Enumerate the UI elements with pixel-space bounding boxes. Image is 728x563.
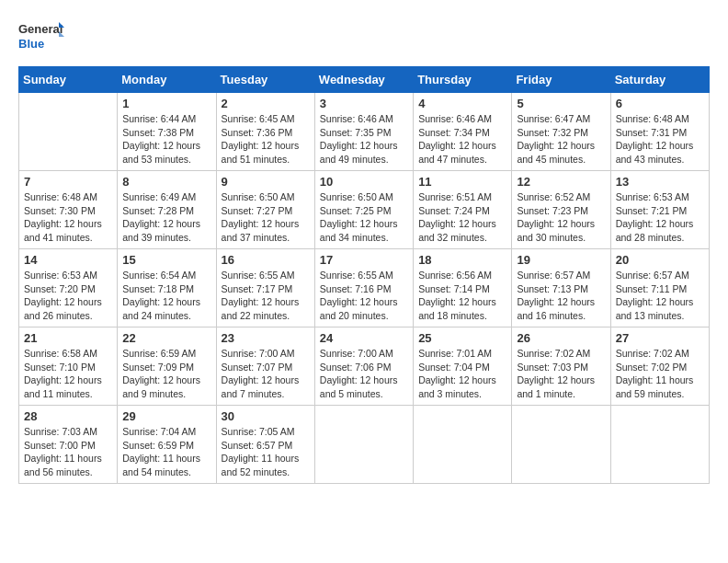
- week-row-1: 1Sunrise: 6:44 AM Sunset: 7:38 PM Daylig…: [19, 93, 710, 171]
- day-cell: 25Sunrise: 7:01 AM Sunset: 7:04 PM Dayli…: [414, 327, 512, 406]
- day-cell: [19, 93, 118, 171]
- day-cell: 29Sunrise: 7:04 AM Sunset: 6:59 PM Dayli…: [118, 406, 216, 484]
- svg-text:Blue: Blue: [18, 37, 44, 51]
- day-number: 10: [320, 175, 408, 189]
- day-cell: 30Sunrise: 7:05 AM Sunset: 6:57 PM Dayli…: [216, 406, 314, 484]
- day-info: Sunrise: 6:57 AM Sunset: 7:11 PM Dayligh…: [616, 269, 704, 323]
- weekday-header-wednesday: Wednesday: [314, 67, 413, 93]
- day-cell: 6Sunrise: 6:48 AM Sunset: 7:31 PM Daylig…: [610, 93, 709, 171]
- logo: General Blue: [18, 18, 64, 57]
- day-cell: 11Sunrise: 6:51 AM Sunset: 7:24 PM Dayli…: [414, 171, 512, 249]
- day-cell: [314, 406, 413, 484]
- day-cell: 19Sunrise: 6:57 AM Sunset: 7:13 PM Dayli…: [512, 249, 610, 327]
- day-info: Sunrise: 6:56 AM Sunset: 7:14 PM Dayligh…: [418, 269, 506, 323]
- day-cell: 28Sunrise: 7:03 AM Sunset: 7:00 PM Dayli…: [19, 406, 118, 484]
- weekday-header-saturday: Saturday: [610, 67, 709, 93]
- day-cell: 4Sunrise: 6:46 AM Sunset: 7:34 PM Daylig…: [414, 93, 512, 171]
- day-number: 18: [418, 253, 506, 267]
- day-number: 29: [122, 409, 210, 423]
- day-info: Sunrise: 6:48 AM Sunset: 7:31 PM Dayligh…: [616, 112, 704, 167]
- day-number: 4: [418, 97, 506, 110]
- weekday-header-friday: Friday: [512, 67, 610, 93]
- day-info: Sunrise: 6:46 AM Sunset: 7:34 PM Dayligh…: [418, 112, 506, 167]
- day-cell: 22Sunrise: 6:59 AM Sunset: 7:09 PM Dayli…: [118, 327, 216, 406]
- day-cell: 3Sunrise: 6:46 AM Sunset: 7:35 PM Daylig…: [314, 93, 413, 171]
- day-cell: 26Sunrise: 7:02 AM Sunset: 7:03 PM Dayli…: [512, 327, 610, 406]
- day-cell: 16Sunrise: 6:55 AM Sunset: 7:17 PM Dayli…: [216, 249, 314, 327]
- day-number: 12: [517, 175, 605, 189]
- day-info: Sunrise: 6:53 AM Sunset: 7:20 PM Dayligh…: [24, 269, 112, 323]
- day-number: 19: [517, 253, 605, 267]
- day-number: 16: [222, 253, 310, 267]
- day-cell: 18Sunrise: 6:56 AM Sunset: 7:14 PM Dayli…: [414, 249, 512, 327]
- weekday-header-sunday: Sunday: [19, 67, 118, 93]
- day-cell: 7Sunrise: 6:48 AM Sunset: 7:30 PM Daylig…: [19, 171, 118, 249]
- svg-text:General: General: [18, 22, 63, 36]
- day-info: Sunrise: 6:44 AM Sunset: 7:38 PM Dayligh…: [122, 112, 210, 167]
- day-info: Sunrise: 7:03 AM Sunset: 7:00 PM Dayligh…: [24, 425, 112, 479]
- weekday-header-row: SundayMondayTuesdayWednesdayThursdayFrid…: [19, 67, 710, 93]
- day-info: Sunrise: 6:49 AM Sunset: 7:28 PM Dayligh…: [122, 190, 210, 245]
- day-number: 13: [616, 175, 704, 189]
- day-number: 11: [418, 175, 506, 189]
- day-cell: 9Sunrise: 6:50 AM Sunset: 7:27 PM Daylig…: [216, 171, 314, 249]
- day-cell: [414, 406, 512, 484]
- day-number: 9: [222, 175, 310, 189]
- day-number: 3: [320, 97, 408, 110]
- day-cell: 13Sunrise: 6:53 AM Sunset: 7:21 PM Dayli…: [610, 171, 709, 249]
- day-number: 5: [517, 97, 605, 110]
- day-cell: [512, 406, 610, 484]
- day-number: 27: [616, 331, 704, 345]
- day-number: 14: [24, 253, 112, 267]
- day-cell: 24Sunrise: 7:00 AM Sunset: 7:06 PM Dayli…: [314, 327, 413, 406]
- day-cell: 14Sunrise: 6:53 AM Sunset: 7:20 PM Dayli…: [19, 249, 118, 327]
- day-cell: 10Sunrise: 6:50 AM Sunset: 7:25 PM Dayli…: [314, 171, 413, 249]
- page-header: General Blue: [18, 18, 710, 57]
- day-cell: 17Sunrise: 6:55 AM Sunset: 7:16 PM Dayli…: [314, 249, 413, 327]
- day-number: 23: [222, 331, 310, 345]
- day-info: Sunrise: 7:01 AM Sunset: 7:04 PM Dayligh…: [418, 347, 506, 401]
- day-cell: 12Sunrise: 6:52 AM Sunset: 7:23 PM Dayli…: [512, 171, 610, 249]
- day-cell: 5Sunrise: 6:47 AM Sunset: 7:32 PM Daylig…: [512, 93, 610, 171]
- day-number: 17: [320, 253, 408, 267]
- day-number: 15: [122, 253, 210, 267]
- day-info: Sunrise: 7:00 AM Sunset: 7:06 PM Dayligh…: [320, 347, 408, 401]
- weekday-header-monday: Monday: [118, 67, 216, 93]
- day-info: Sunrise: 7:05 AM Sunset: 6:57 PM Dayligh…: [222, 425, 310, 479]
- day-number: 30: [222, 409, 310, 423]
- day-info: Sunrise: 6:47 AM Sunset: 7:32 PM Dayligh…: [517, 112, 605, 167]
- day-number: 26: [517, 331, 605, 345]
- day-info: Sunrise: 6:50 AM Sunset: 7:27 PM Dayligh…: [222, 190, 310, 245]
- day-number: 1: [122, 97, 210, 110]
- day-cell: [610, 406, 709, 484]
- day-cell: 1Sunrise: 6:44 AM Sunset: 7:38 PM Daylig…: [118, 93, 216, 171]
- weekday-header-thursday: Thursday: [414, 67, 512, 93]
- day-number: 25: [418, 331, 506, 345]
- day-info: Sunrise: 6:58 AM Sunset: 7:10 PM Dayligh…: [24, 347, 112, 401]
- day-info: Sunrise: 7:02 AM Sunset: 7:03 PM Dayligh…: [517, 347, 605, 401]
- day-info: Sunrise: 6:53 AM Sunset: 7:21 PM Dayligh…: [616, 190, 704, 245]
- day-cell: 23Sunrise: 7:00 AM Sunset: 7:07 PM Dayli…: [216, 327, 314, 406]
- day-cell: 20Sunrise: 6:57 AM Sunset: 7:11 PM Dayli…: [610, 249, 709, 327]
- day-number: 2: [222, 97, 310, 110]
- day-cell: 21Sunrise: 6:58 AM Sunset: 7:10 PM Dayli…: [19, 327, 118, 406]
- day-number: 24: [320, 331, 408, 345]
- day-number: 8: [122, 175, 210, 189]
- day-info: Sunrise: 7:04 AM Sunset: 6:59 PM Dayligh…: [122, 425, 210, 479]
- day-info: Sunrise: 6:46 AM Sunset: 7:35 PM Dayligh…: [320, 112, 408, 167]
- day-info: Sunrise: 6:55 AM Sunset: 7:17 PM Dayligh…: [222, 269, 310, 323]
- week-row-3: 14Sunrise: 6:53 AM Sunset: 7:20 PM Dayli…: [19, 249, 710, 327]
- weekday-header-tuesday: Tuesday: [216, 67, 314, 93]
- week-row-4: 21Sunrise: 6:58 AM Sunset: 7:10 PM Dayli…: [19, 327, 710, 406]
- day-cell: 15Sunrise: 6:54 AM Sunset: 7:18 PM Dayli…: [118, 249, 216, 327]
- logo-svg: General Blue: [18, 18, 64, 57]
- day-info: Sunrise: 6:57 AM Sunset: 7:13 PM Dayligh…: [517, 269, 605, 323]
- calendar-table: SundayMondayTuesdayWednesdayThursdayFrid…: [18, 66, 710, 484]
- day-number: 20: [616, 253, 704, 267]
- day-info: Sunrise: 6:55 AM Sunset: 7:16 PM Dayligh…: [320, 269, 408, 323]
- day-info: Sunrise: 6:54 AM Sunset: 7:18 PM Dayligh…: [122, 269, 210, 323]
- day-info: Sunrise: 6:52 AM Sunset: 7:23 PM Dayligh…: [517, 190, 605, 245]
- day-number: 7: [24, 175, 112, 189]
- day-cell: 27Sunrise: 7:02 AM Sunset: 7:02 PM Dayli…: [610, 327, 709, 406]
- week-row-2: 7Sunrise: 6:48 AM Sunset: 7:30 PM Daylig…: [19, 171, 710, 249]
